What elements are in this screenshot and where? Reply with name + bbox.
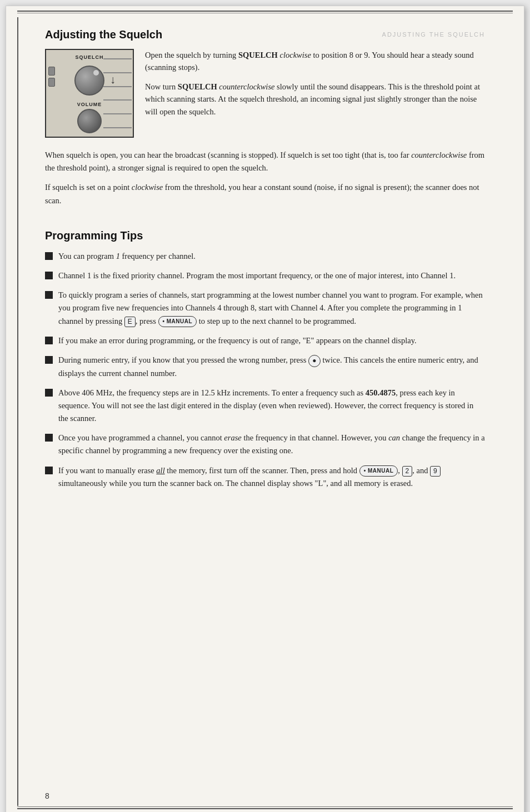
tip-text-1: You can program 1 frequency per channel. [58, 250, 485, 263]
grid-lines [102, 50, 133, 137]
bullet-icon [45, 252, 53, 260]
left-border [17, 17, 18, 806]
manual-key: • MANUAL [158, 316, 197, 327]
key-2: 2 [402, 466, 413, 477]
watermark: ADJUSTING THE SQUELCH [382, 31, 485, 38]
e-key: E [124, 317, 136, 327]
grid-line [103, 113, 132, 114]
list-item: If you make an error during programming,… [45, 334, 485, 347]
bullet-icon [45, 272, 53, 279]
list-item: To quickly program a series of channels,… [45, 289, 485, 328]
squelch-para2: Now turn SQUELCH counterclockwise slowly… [145, 81, 485, 118]
list-item: If you want to manually erase all the me… [45, 464, 485, 490]
volume-knob [77, 109, 102, 133]
list-item: You can program 1 frequency per channel. [45, 250, 485, 263]
list-item: Channel 1 is the fixed priority channel.… [45, 269, 485, 282]
tip-text-7: Once you have programmed a channel, you … [58, 432, 485, 457]
tip-text-2: Channel 1 is the fixed priority channel.… [58, 269, 485, 282]
tip-text-4: If you make an error during programming,… [58, 334, 485, 347]
key-9: 9 [430, 466, 441, 477]
grid-line [103, 72, 132, 73]
bullet-icon [45, 389, 53, 397]
dot-key: ● [308, 355, 321, 367]
tips-list: You can program 1 frequency per channel.… [45, 250, 485, 490]
volume-label: VOLUME [77, 102, 102, 107]
list-item: During numeric entry, if you know that y… [45, 354, 485, 380]
grid-line [103, 127, 132, 128]
list-item: Once you have programmed a channel, you … [45, 432, 485, 457]
side-buttons [48, 67, 55, 87]
body-para1: When squelch is open, you can hear the b… [45, 149, 485, 174]
grid-line [103, 58, 132, 59]
bottom-border2 [17, 808, 513, 809]
squelch-para1: Open the squelch by turning SQUELCH cloc… [145, 49, 485, 74]
side-btn-2 [48, 78, 55, 87]
page-number: 8 [45, 791, 49, 800]
squelch-diagram: SQUELCH ↓ VOLUME [45, 49, 134, 138]
grid-line [103, 86, 132, 87]
bullet-icon [45, 467, 53, 474]
bullet-icon [45, 337, 53, 344]
list-item: Above 406 MHz, the frequency steps are i… [45, 387, 485, 425]
manual-key-2: • MANUAL [359, 465, 398, 477]
bullet-icon [45, 291, 53, 299]
squelch-diagram-label: SQUELCH [75, 54, 103, 60]
tips-title: Programming Tips [45, 229, 485, 242]
squelch-content: SQUELCH ↓ VOLUME Open the squelch by tu [45, 49, 485, 138]
grid-line [103, 99, 132, 101]
body-text: When squelch is open, you can hear the b… [45, 149, 485, 207]
page: ADJUSTING THE SQUELCH Adjusting the Sque… [6, 6, 524, 812]
bullet-icon [45, 356, 53, 364]
tips-section: Programming Tips You can program 1 frequ… [45, 229, 485, 490]
volume-area: VOLUME [77, 102, 102, 133]
tip-text-3: To quickly program a series of channels,… [58, 289, 485, 328]
tip-text-8: If you want to manually erase all the me… [58, 464, 485, 490]
body-para2: If squelch is set on a point clockwise f… [45, 181, 485, 207]
side-btn-1 [48, 67, 55, 76]
tip-text-6: Above 406 MHz, the frequency steps are i… [58, 387, 485, 425]
squelch-knob [74, 66, 104, 96]
bullet-icon [45, 434, 53, 442]
bottom-border [17, 806, 513, 807]
squelch-text: Open the squelch by turning SQUELCH cloc… [145, 49, 485, 138]
tip-text-5: During numeric entry, if you know that y… [58, 354, 485, 380]
